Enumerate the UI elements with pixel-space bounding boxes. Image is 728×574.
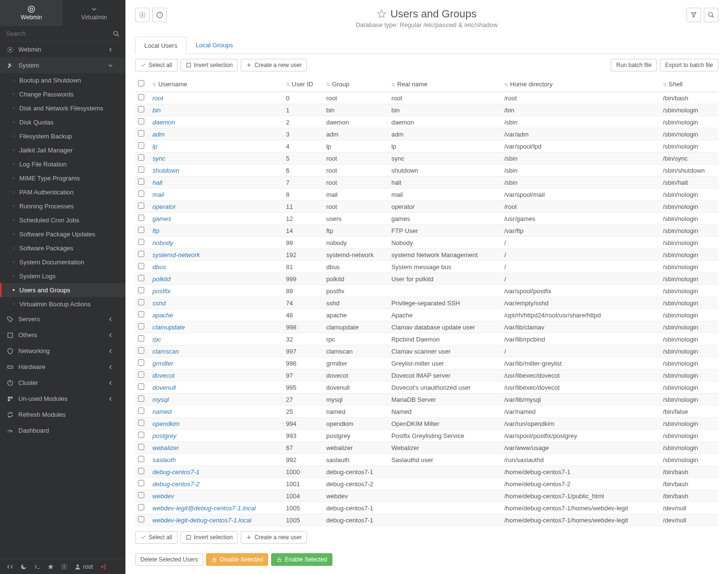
col-username[interactable]: ⇅Username [150,76,283,92]
username-link[interactable]: root [152,95,163,102]
username-link[interactable]: clamupdate [152,324,185,331]
user-root-label[interactable]: root [74,563,93,570]
nav-sub-system-logs[interactable]: System Logs [0,269,125,283]
username-link[interactable]: postfix [152,287,171,295]
username-link[interactable]: dovecot [152,372,175,379]
username-link[interactable]: bin [152,107,161,114]
username-link[interactable]: grmilter [152,360,173,367]
username-link[interactable]: named [152,408,172,415]
search-input[interactable] [6,30,113,37]
username-link[interactable]: rpc [152,336,161,343]
nav-sub-running-processes[interactable]: Running Processes [0,199,125,213]
star-icon[interactable] [47,563,54,570]
row-checkbox[interactable] [138,432,144,438]
username-link[interactable]: opendkim [152,420,179,427]
nav-sub-software-package-updates[interactable]: Software Package Updates [0,227,125,241]
username-link[interactable]: polkitd [152,275,171,283]
row-checkbox[interactable] [138,492,144,498]
enable-selected-button[interactable]: Enable Selected [271,553,332,566]
row-checkbox[interactable] [138,408,144,414]
username-link[interactable]: webdev-legit-debug-centos7-1.local [152,517,251,524]
nav-hardware[interactable]: Hardware [0,359,125,375]
username-link[interactable]: nobody [152,239,173,246]
row-checkbox[interactable] [138,130,144,137]
username-link[interactable]: daemon [152,119,175,126]
username-link[interactable]: sync [152,155,165,162]
collapse-icon[interactable] [7,563,14,570]
col-realname[interactable]: ⇅Real name [388,76,501,92]
select-all-button-bottom[interactable]: Select all [135,531,178,544]
username-link[interactable]: games [152,215,171,222]
row-checkbox[interactable] [138,468,144,474]
username-link[interactable]: systemd-network [152,251,200,259]
disable-selected-button[interactable]: Disable Selected [206,553,268,566]
help-button[interactable]: ? [152,8,167,22]
select-all-checkbox[interactable] [138,80,144,86]
row-checkbox[interactable] [138,166,144,173]
logout-icon[interactable] [100,563,107,570]
row-checkbox[interactable] [138,215,144,221]
row-checkbox[interactable] [138,142,144,149]
username-link[interactable]: postgrey [152,432,177,439]
username-link[interactable]: mysql [152,396,169,403]
username-link[interactable]: dovenull [152,384,176,391]
nav-sub-jailkit-jail-manager[interactable]: Jailkit Jail Manager [0,143,125,157]
terminal-icon[interactable] [34,563,41,570]
run-batch-button[interactable]: Run batch file [611,59,657,71]
username-link[interactable]: debug-centos7-1 [152,468,200,476]
col-userid[interactable]: ⇅User ID [283,76,323,92]
col-homedir[interactable]: ⇅Home directory [501,76,660,92]
config-button[interactable] [135,8,150,22]
username-link[interactable]: shutdown [152,167,179,174]
tab-local-users[interactable]: Local Users [135,37,187,54]
nav-cluster[interactable]: Cluster [0,375,125,391]
tab-local-groups[interactable]: Local Groups [187,36,242,54]
nav-dashboard[interactable]: Dashboard [0,423,125,438]
row-checkbox[interactable] [138,420,144,426]
nav-others[interactable]: Others [0,327,125,343]
row-checkbox[interactable] [138,323,144,329]
export-batch-button[interactable]: Export to batch file [660,59,718,71]
username-link[interactable]: webdev-legit@debug-centos7-1.local [152,505,256,512]
nav-networking[interactable]: Networking [0,343,125,359]
nav-unused[interactable]: Un-used Modules [0,391,125,407]
nav-sub-bootup-and-shutdown[interactable]: Bootup and Shutdown [0,73,125,87]
row-checkbox[interactable] [138,239,144,245]
col-shell[interactable]: ⇅Shell [660,76,718,92]
username-link[interactable]: clamscan [152,348,179,355]
username-link[interactable]: dbus [152,263,166,271]
nav-sub-filesystem-backup[interactable]: Filesystem Backup [0,129,125,143]
username-link[interactable]: lp [152,143,157,150]
row-checkbox[interactable] [138,106,144,112]
row-checkbox[interactable] [138,287,144,293]
row-checkbox[interactable] [138,335,144,342]
row-checkbox[interactable] [138,118,144,124]
invert-selection-button-bottom[interactable]: Invert selection [180,531,238,544]
nav-servers[interactable]: Servers [0,311,125,327]
row-checkbox[interactable] [138,516,144,522]
favorite-icon[interactable] [377,9,386,19]
row-checkbox[interactable] [138,299,144,305]
row-checkbox[interactable] [138,94,144,100]
row-checkbox[interactable] [138,311,144,317]
nav-sub-scheduled-cron-jobs[interactable]: Scheduled Cron Jobs [0,213,125,227]
night-icon[interactable] [20,563,27,570]
col-group[interactable]: ⇅Group [323,76,388,92]
row-checkbox[interactable] [138,251,144,257]
nav-sub-log-file-rotation[interactable]: Log File Rotation [0,157,125,171]
select-all-button[interactable]: Select all [135,59,178,71]
nav-sub-mime-type-programs[interactable]: MIME Type Programs [0,171,125,185]
invert-selection-button[interactable]: Invert selection [180,59,238,71]
row-checkbox[interactable] [138,383,144,390]
row-checkbox[interactable] [138,191,144,197]
username-link[interactable]: operator [152,203,176,210]
filter-button[interactable] [687,8,701,22]
username-link[interactable]: halt [152,179,163,186]
row-checkbox[interactable] [138,178,144,185]
create-user-button-bottom[interactable]: Create a new user [241,531,307,544]
username-link[interactable]: sshd [152,300,165,307]
create-user-button[interactable]: Create a new user [241,59,307,71]
row-checkbox[interactable] [138,371,144,378]
username-link[interactable]: webalizer [152,444,179,451]
row-checkbox[interactable] [138,227,144,233]
